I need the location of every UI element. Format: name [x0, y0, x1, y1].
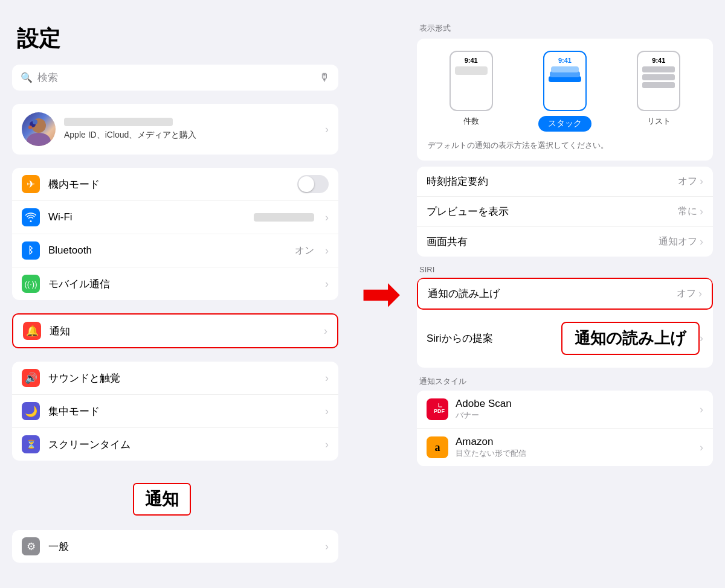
mic-icon: 🎙: [319, 71, 330, 84]
phone-mockup-count: 9:41: [450, 51, 493, 111]
display-mode-options: 9:41 件数 9:41 スタック: [427, 51, 703, 132]
amazon-sub: 目立たない形で配信: [456, 448, 692, 459]
account-card[interactable]: Apple ID、iCloud、メディアと購入 ›: [12, 104, 338, 155]
bluetooth-label: Bluetooth: [48, 244, 286, 257]
arrow-section: ➡: [350, 0, 411, 588]
bluetooth-item[interactable]: ᛒ Bluetooth オン ›: [12, 234, 338, 267]
adobe-scan-sub: バナー: [456, 410, 692, 421]
airplane-mode-item[interactable]: ✈ 機内モード: [12, 168, 338, 201]
account-sub-label: Apple ID、iCloud、メディアと購入: [64, 130, 317, 141]
sound-focus-group: 🔊 サウンドと触覚 › 🌙 集中モード › ⏳ スクリーンタイム ›: [12, 362, 338, 461]
adobe-scan-icon: PDF: [427, 398, 448, 420]
notification-icon: 🔔: [23, 322, 41, 340]
screentime-item[interactable]: ⏳ スクリーンタイム ›: [12, 428, 338, 461]
phone-mockup-list: 9:41: [637, 51, 680, 111]
sound-chevron: ›: [325, 372, 329, 385]
list-preview: [642, 66, 675, 88]
cellular-icon: ((·)): [22, 275, 40, 293]
account-name-blur: [64, 118, 173, 126]
sound-icon: 🔊: [22, 369, 40, 387]
notification-item[interactable]: 🔔 通知 ›: [13, 315, 337, 347]
scheduled-summary-label: 時刻指定要約: [427, 174, 678, 188]
account-chevron: ›: [325, 123, 329, 136]
settings-rows-group: 時刻指定要約 オフ › プレビューを表示 常に › 画面共有 通知オフ ›: [417, 167, 713, 257]
amazon-row[interactable]: a Amazon 目立たない形で配信 ›: [417, 429, 713, 466]
preview-label: プレビューを表示: [427, 205, 678, 219]
siri-group: 通知の読み上げ オフ › Siriからの提案 通知の読み上げ ›: [417, 278, 713, 368]
scheduled-summary-value: オフ: [678, 175, 697, 188]
cellular-chevron: ›: [325, 278, 329, 290]
announce-notifications-chevron: ›: [698, 287, 702, 300]
focus-item[interactable]: 🌙 集中モード ›: [12, 395, 338, 428]
sound-label: サウンドと触覚: [48, 371, 317, 385]
notif-style-group: PDF Adobe Scan バナー › a Amazon 目立たない形で配信 …: [417, 391, 713, 466]
screentime-icon: ⏳: [22, 435, 40, 453]
announce-notifications-row[interactable]: 通知の読み上げ オフ ›: [417, 278, 713, 310]
screen-share-row[interactable]: 画面共有 通知オフ ›: [417, 227, 713, 257]
amazon-name: Amazon: [456, 436, 692, 448]
airplane-mode-icon: ✈: [22, 175, 40, 193]
screen-share-value: 通知オフ: [659, 235, 697, 248]
phone-mockup-stack: 9:41: [543, 51, 587, 111]
phone-time-count: 9:41: [465, 57, 478, 64]
screen-share-chevron: ›: [700, 235, 703, 248]
amazon-info: Amazon 目立たない形で配信: [456, 436, 692, 459]
left-panel: 設定 🔍 検索 🎙 Apple ID、iCloud、メディアと購入 › ✈ 機内…: [0, 0, 350, 588]
account-info: Apple ID、iCloud、メディアと購入: [64, 118, 317, 141]
svg-text:PDF: PDF: [434, 408, 445, 414]
focus-icon: 🌙: [22, 402, 40, 420]
mode-count[interactable]: 9:41 件数: [450, 51, 493, 132]
right-panel: 表示形式 9:41 件数 9:41: [411, 0, 725, 588]
annotation-box-left: 通知: [133, 483, 191, 516]
airplane-mode-toggle[interactable]: [297, 175, 329, 193]
bluetooth-icon: ᛒ: [22, 241, 40, 260]
announce-notifications-label: 通知の読み上げ: [428, 287, 677, 301]
screentime-chevron: ›: [325, 438, 329, 451]
notif-style-header: 通知スタイル: [419, 376, 713, 387]
count-preview: [455, 66, 488, 75]
page-title: 設定: [12, 24, 338, 54]
annotation-popup-right: 通知の読み上げ: [561, 322, 700, 355]
adobe-scan-info: Adobe Scan バナー: [456, 398, 692, 421]
general-item[interactable]: ⚙ 一般 ›: [12, 530, 338, 563]
notification-chevron: ›: [324, 325, 327, 337]
general-label: 一般: [48, 540, 317, 554]
scheduled-summary-chevron: ›: [700, 175, 703, 188]
screen-share-label: 画面共有: [427, 235, 659, 249]
count-label: 件数: [463, 116, 479, 127]
bluetooth-chevron: ›: [325, 244, 329, 257]
cellular-label: モバイル通信: [48, 277, 317, 291]
wifi-icon: [22, 208, 40, 226]
phone-time-stack: 9:41: [558, 57, 572, 64]
sound-item[interactable]: 🔊 サウンドと触覚 ›: [12, 362, 338, 395]
focus-chevron: ›: [325, 405, 329, 418]
search-placeholder: 検索: [37, 71, 314, 85]
siri-suggestions-label: Siriからの提案: [427, 331, 561, 345]
preview-value: 常に: [678, 205, 697, 218]
siri-suggestions-chevron: ›: [700, 332, 703, 345]
display-section-header: 表示形式: [417, 23, 713, 34]
mode-stack[interactable]: 9:41 スタック: [538, 51, 591, 132]
wifi-item[interactable]: Wi-Fi ›: [12, 201, 338, 234]
cellular-item[interactable]: ((·)) モバイル通信 ›: [12, 267, 338, 300]
notification-group-highlighted[interactable]: 🔔 通知 ›: [12, 313, 338, 348]
general-group: ⚙ 一般 ›: [12, 530, 338, 563]
siri-suggestions-row[interactable]: Siriからの提案 通知の読み上げ ›: [417, 309, 713, 368]
display-hint: デフォルトの通知の表示方法を選択してください。: [427, 140, 703, 151]
siri-section-header: SIRI: [419, 265, 713, 274]
svg-point-3: [33, 120, 37, 124]
stack-badge[interactable]: スタック: [538, 116, 591, 132]
adobe-scan-row[interactable]: PDF Adobe Scan バナー ›: [417, 391, 713, 429]
preview-row[interactable]: プレビューを表示 常に ›: [417, 197, 713, 227]
scheduled-summary-row[interactable]: 時刻指定要約 オフ ›: [417, 167, 713, 197]
svg-point-4: [28, 126, 32, 129]
amazon-chevron: ›: [700, 441, 703, 454]
svg-point-1: [27, 133, 51, 146]
general-icon: ⚙: [22, 537, 40, 555]
list-label: リスト: [647, 116, 671, 127]
mode-list[interactable]: 9:41 リスト: [637, 51, 680, 132]
wifi-label: Wi-Fi: [48, 211, 245, 223]
adobe-scan-name: Adobe Scan: [456, 398, 692, 410]
search-icon: 🔍: [21, 72, 33, 83]
search-bar[interactable]: 🔍 検索 🎙: [12, 65, 338, 91]
